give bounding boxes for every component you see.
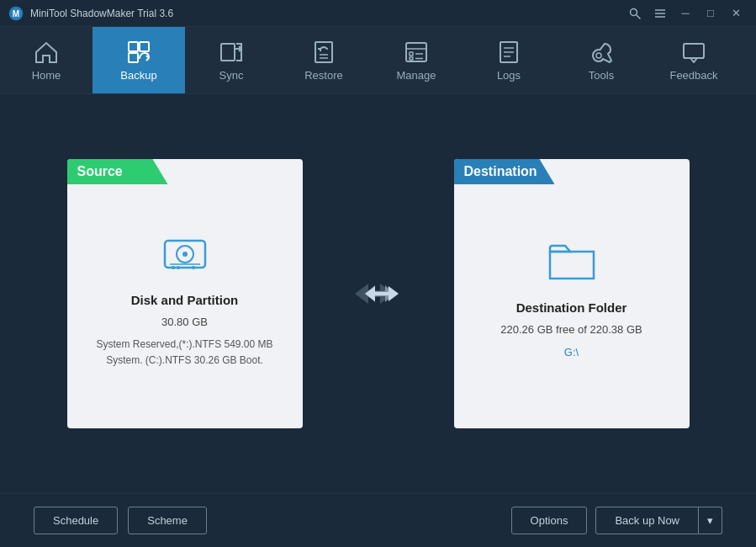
svg-point-31 — [172, 266, 175, 269]
logs-icon — [495, 39, 522, 66]
nav-item-tools[interactable]: Tools — [555, 27, 648, 93]
source-card[interactable]: Source Disk and Partition 30.80 GB Syste… — [67, 159, 303, 428]
source-description: System Reserved,(*:).NTFS 549.00 MB Syst… — [93, 337, 278, 369]
svg-point-32 — [177, 266, 180, 269]
nav-item-logs[interactable]: Logs — [463, 27, 555, 93]
nav-item-restore[interactable]: Restore — [278, 27, 370, 93]
nav-label-home: Home — [32, 69, 61, 82]
disk-icon — [158, 227, 212, 281]
source-title: Disk and Partition — [131, 293, 239, 307]
svg-point-33 — [192, 266, 195, 269]
nav-item-sync[interactable]: Sync — [185, 27, 278, 93]
source-info: 30.80 GB System Reserved,(*:).NTFS 549.0… — [93, 314, 278, 369]
backup-now-dropdown-button[interactable]: ▾ — [699, 507, 722, 534]
source-label: Source — [67, 159, 168, 184]
nav-label-logs: Logs — [497, 69, 521, 82]
nav-label-backup: Backup — [120, 69, 156, 82]
nav-label-restore: Restore — [304, 69, 343, 82]
scheme-button[interactable]: Scheme — [128, 507, 207, 534]
svg-text:M: M — [13, 9, 19, 19]
nav-label-feedback: Feedback — [669, 69, 717, 82]
dropdown-arrow-icon: ▾ — [707, 514, 713, 527]
tools-icon — [588, 39, 615, 66]
sync-icon — [218, 39, 245, 66]
folder-icon — [545, 235, 599, 289]
destination-free-space: 220.26 GB free of 220.38 GB — [500, 321, 642, 339]
destination-card[interactable]: Destination Destination Folder 220.26 GB… — [454, 159, 690, 428]
app-logo-icon: M — [8, 6, 24, 21]
options-button[interactable]: Options — [511, 507, 588, 534]
source-size: 30.80 GB — [93, 314, 278, 332]
svg-point-25 — [596, 53, 601, 58]
nav-label-manage: Manage — [397, 69, 436, 82]
minimize-button[interactable]: ─ — [674, 4, 697, 23]
app-title: MiniTool ShadowMaker Trial 3.6 — [30, 8, 623, 19]
destination-drive-path: G:\ — [500, 344, 642, 362]
nav-item-backup[interactable]: Backup — [93, 27, 185, 93]
bottom-bar: Schedule Scheme Options Back up Now ▾ — [0, 493, 756, 547]
nav-item-feedback[interactable]: Feedback — [648, 27, 740, 93]
main-content: Source Disk and Partition 30.80 GB Syste… — [0, 94, 756, 493]
nav-item-manage[interactable]: Manage — [370, 27, 463, 93]
nav-bar: Home Backup Sync Restore — [0, 27, 756, 94]
svg-rect-10 — [221, 44, 235, 61]
window-controls: ─ □ ✕ — [623, 4, 748, 23]
svg-rect-17 — [410, 52, 413, 56]
search-button[interactable] — [623, 4, 647, 23]
manage-icon — [403, 39, 430, 66]
schedule-button[interactable]: Schedule — [34, 507, 118, 534]
nav-label-sync: Sync — [219, 69, 244, 82]
svg-rect-8 — [140, 42, 149, 51]
restore-icon — [310, 39, 337, 66]
bottom-left-controls: Schedule Scheme — [34, 507, 207, 534]
svg-point-29 — [182, 252, 188, 257]
home-icon — [33, 39, 60, 66]
title-bar: M MiniTool ShadowMaker Trial 3.6 ─ □ ✕ — [0, 0, 756, 27]
forward-arrows-icon — [353, 277, 404, 311]
nav-item-home[interactable]: Home — [0, 27, 93, 93]
svg-rect-26 — [684, 44, 704, 58]
destination-info: 220.26 GB free of 220.38 GB G:\ — [500, 321, 642, 362]
backup-now-button[interactable]: Back up Now — [595, 507, 699, 534]
maximize-button[interactable]: □ — [699, 4, 722, 23]
feedback-icon — [680, 39, 707, 66]
close-button[interactable]: ✕ — [724, 4, 748, 23]
svg-rect-19 — [410, 57, 413, 60]
svg-rect-12 — [315, 42, 332, 62]
svg-rect-9 — [129, 53, 138, 62]
svg-line-3 — [637, 14, 641, 19]
backup-icon — [125, 39, 152, 66]
nav-label-tools: Tools — [589, 69, 614, 82]
menu-button[interactable] — [648, 4, 672, 23]
arrow — [353, 277, 404, 311]
svg-rect-7 — [129, 42, 138, 51]
bottom-right-controls: Options Back up Now ▾ — [511, 507, 722, 534]
destination-label: Destination — [454, 159, 555, 184]
destination-title: Destination Folder — [516, 300, 627, 315]
